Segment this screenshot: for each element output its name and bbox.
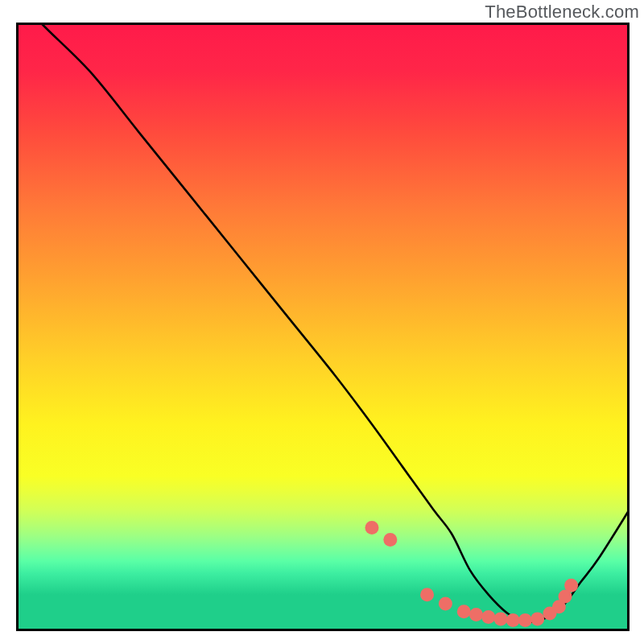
watermark-text: TheBottleneck.com [485,2,639,23]
chart-frame [16,23,630,631]
